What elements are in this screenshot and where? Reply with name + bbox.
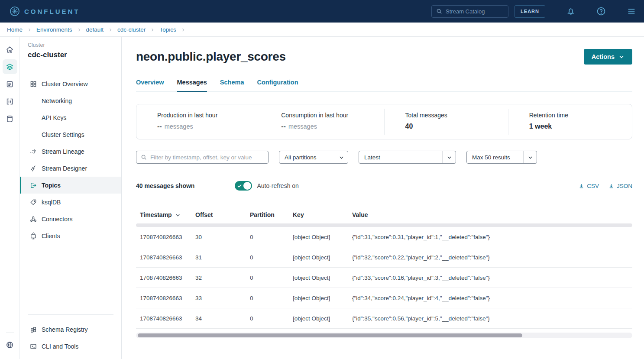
chevron-right-icon bbox=[150, 27, 155, 32]
column-header-offset[interactable]: Offset bbox=[195, 211, 250, 218]
stream-catalog-search-input[interactable] bbox=[446, 8, 504, 15]
message-filter-input[interactable] bbox=[150, 154, 264, 161]
cell-timestamp: 1708740826663 bbox=[136, 315, 195, 322]
limit-select[interactable]: Max 50 results bbox=[466, 151, 537, 164]
sidebar-item-clients[interactable]: Clients bbox=[20, 227, 121, 244]
breadcrumb-topics[interactable]: Topics bbox=[159, 26, 176, 33]
terminal-icon bbox=[29, 342, 38, 351]
breadcrumb-environments[interactable]: Environments bbox=[36, 26, 72, 33]
layers-icon bbox=[6, 63, 14, 71]
horizontal-scrollbar-track[interactable] bbox=[136, 333, 632, 338]
tab-messages[interactable]: Messages bbox=[177, 79, 207, 92]
cell-value: {"id":34,"score":0.24,"player_id":4,"__d… bbox=[352, 295, 632, 301]
breadcrumb-default[interactable]: default bbox=[86, 26, 104, 33]
chevron-right-icon bbox=[181, 27, 186, 32]
sidebar-item-api-keys[interactable]: API Keys bbox=[20, 109, 121, 126]
rail-docs[interactable] bbox=[3, 77, 17, 91]
sidebar-item-label: Cluster Settings bbox=[42, 131, 84, 138]
topic-icon bbox=[29, 181, 38, 190]
tab-overview[interactable]: Overview bbox=[136, 79, 164, 92]
sidebar-item-topics[interactable]: Topics bbox=[20, 177, 121, 194]
brand-name: CONFLUENT bbox=[24, 8, 80, 15]
main-content: neon.public.player_scores Actions Overvi… bbox=[122, 37, 644, 359]
table-row[interactable]: 1708740826663 33 0 [object Object] {"id"… bbox=[136, 288, 632, 308]
sidebar-item-ksqldb[interactable]: ksqlDB bbox=[20, 194, 121, 210]
message-filter-row: All partitions Latest Max 50 results bbox=[136, 151, 632, 164]
cell-key: [object Object] bbox=[293, 234, 352, 240]
auto-refresh-label: Auto-refresh on bbox=[257, 182, 299, 189]
table-row[interactable]: 1708740826663 30 0 [object Object] {"id"… bbox=[136, 227, 632, 247]
cell-timestamp: 1708740826663 bbox=[136, 295, 195, 301]
stat-value: 40 bbox=[405, 123, 413, 130]
learn-button[interactable]: LEARN bbox=[515, 5, 545, 18]
table-row[interactable]: 1708740826663 34 0 [object Object] {"id"… bbox=[136, 308, 632, 329]
rail-clusters[interactable] bbox=[3, 59, 17, 74]
sidebar-item-networking[interactable]: Networking bbox=[20, 92, 121, 109]
sidebar-divider bbox=[28, 69, 113, 69]
sidebar-item-connectors[interactable]: Connectors bbox=[20, 210, 121, 227]
icon-rail bbox=[0, 37, 20, 359]
download-csv-link[interactable]: CSV bbox=[579, 183, 599, 189]
hamburger-menu-icon[interactable] bbox=[627, 6, 636, 16]
breadcrumb-home[interactable]: Home bbox=[7, 26, 23, 33]
stream-catalog-search[interactable] bbox=[431, 5, 508, 18]
sidebar-item-stream-designer[interactable]: Stream Designer bbox=[20, 160, 121, 177]
column-header-partition[interactable]: Partition bbox=[250, 211, 293, 218]
partition-select[interactable]: All partitions bbox=[279, 151, 348, 164]
cluster-label: Cluster bbox=[20, 42, 121, 48]
rail-stream-catalog[interactable] bbox=[3, 94, 17, 109]
column-header-value[interactable]: Value bbox=[352, 211, 632, 218]
stat-label: Consumption in last hour bbox=[281, 112, 384, 119]
download-icon bbox=[579, 183, 584, 189]
order-select[interactable]: Latest bbox=[359, 151, 456, 164]
cluster-sidebar: Cluster cdc-cluster Cluster Overview Net… bbox=[20, 37, 122, 359]
message-filter-search[interactable] bbox=[136, 151, 269, 164]
messages-shown-count: 40 messages shown bbox=[136, 182, 194, 189]
cluster-name: cdc-cluster bbox=[20, 51, 121, 59]
column-header-timestamp[interactable]: Timestamp bbox=[136, 211, 195, 218]
tab-configuration[interactable]: Configuration bbox=[257, 79, 298, 92]
confluent-logo[interactable]: CONFLUENT bbox=[10, 6, 80, 16]
sidebar-item-cluster-settings[interactable]: Cluster Settings bbox=[20, 126, 121, 143]
results-row: 40 messages shown Auto-refresh on CSV JS… bbox=[136, 181, 632, 191]
cluster-nav: Cluster Overview Networking API Keys Clu… bbox=[20, 75, 121, 244]
cell-key: [object Object] bbox=[293, 315, 352, 322]
cell-value: {"id":32,"score":0.22,"player_id":2,"__d… bbox=[352, 254, 632, 261]
sidebar-item-stream-lineage[interactable]: Stream Lineage bbox=[20, 143, 121, 160]
cell-partition: 0 bbox=[250, 295, 293, 301]
table-top-scrollbar[interactable] bbox=[136, 223, 632, 227]
stat-production: Production in last hour -- messages bbox=[136, 104, 260, 139]
sidebar-item-label: Connectors bbox=[42, 216, 73, 223]
column-header-key[interactable]: Key bbox=[293, 211, 352, 218]
schema-registry-icon bbox=[29, 325, 38, 334]
tab-schema[interactable]: Schema bbox=[220, 79, 244, 92]
rail-data[interactable] bbox=[3, 111, 17, 126]
stat-value: -- bbox=[157, 123, 162, 130]
sidebar-item-label: Clients bbox=[42, 233, 60, 239]
breadcrumb-cdc-cluster[interactable]: cdc-cluster bbox=[117, 26, 146, 33]
horizontal-scrollbar-handle[interactable] bbox=[138, 333, 522, 337]
auto-refresh-control: Auto-refresh on bbox=[235, 181, 299, 191]
sidebar-item-schema-registry[interactable]: Schema Registry bbox=[20, 321, 121, 338]
sidebar-footer-divider bbox=[28, 314, 113, 315]
table-row[interactable]: 1708740826663 31 0 [object Object] {"id"… bbox=[136, 247, 632, 268]
limit-select-value: Max 50 results bbox=[467, 154, 524, 161]
sidebar-item-cluster-overview[interactable]: Cluster Overview bbox=[20, 75, 121, 92]
sidebar-item-label: Schema Registry bbox=[42, 326, 88, 333]
rail-support[interactable] bbox=[3, 337, 17, 352]
messages-table: Timestamp Offset Partition Key Value 170… bbox=[136, 207, 632, 338]
search-icon bbox=[436, 8, 442, 14]
rail-home[interactable] bbox=[3, 42, 17, 57]
help-icon[interactable] bbox=[596, 6, 606, 16]
notifications-bell-icon[interactable] bbox=[566, 6, 576, 16]
database-icon bbox=[6, 115, 14, 123]
table-row[interactable]: 1708740826663 32 0 [object Object] {"id"… bbox=[136, 268, 632, 288]
sidebar-item-cli-and-tools[interactable]: CLI and Tools bbox=[20, 338, 121, 355]
actions-button[interactable]: Actions bbox=[584, 49, 632, 65]
cell-key: [object Object] bbox=[293, 295, 352, 301]
cell-partition: 0 bbox=[250, 234, 293, 240]
sidebar-item-label: Stream Designer bbox=[42, 165, 87, 172]
download-json-link[interactable]: JSON bbox=[608, 183, 632, 189]
grid-icon bbox=[29, 80, 38, 88]
auto-refresh-toggle[interactable] bbox=[235, 181, 252, 191]
